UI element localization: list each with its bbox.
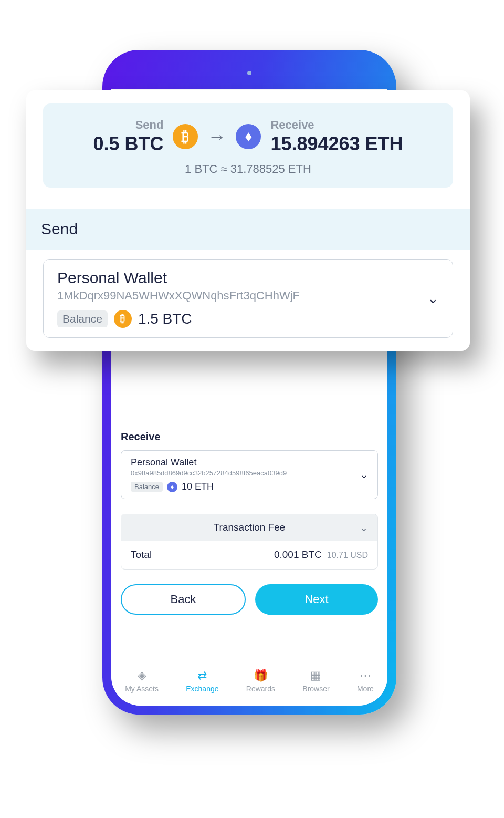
send-balance-value: 1.5 BTC <box>138 310 192 327</box>
exchange-icon: ⇄ <box>197 669 207 682</box>
tab-label: My Assets <box>125 685 159 693</box>
bitcoin-icon: ₿ <box>114 310 132 328</box>
send-balance-label: Balance <box>57 310 108 327</box>
receive-wallet-name: Personal Wallet <box>131 457 368 468</box>
tab-label: Exchange <box>186 685 218 693</box>
tab-my-assets[interactable]: ◈ My Assets <box>125 669 159 693</box>
arrow-right-icon: → <box>207 126 226 148</box>
tab-more[interactable]: ⋯ More <box>357 669 374 693</box>
tab-label: Rewards <box>246 685 275 693</box>
chevron-down-icon: ⌄ <box>360 469 368 481</box>
receive-wallet-address: 0x98a985dd869d9cc32b257284d598f65eaca039… <box>131 469 368 477</box>
receive-balance-label: Balance <box>131 482 163 492</box>
gift-icon: 🎁 <box>254 669 268 682</box>
fee-total-label: Total <box>131 549 152 561</box>
transaction-fee-header[interactable]: Transaction Fee ⌄ <box>121 514 377 541</box>
tab-label: Browser <box>302 685 329 693</box>
tab-rewards[interactable]: 🎁 Rewards <box>246 669 275 693</box>
fee-btc-amount: 0.001 BTC <box>274 549 322 561</box>
send-section-heading: Send <box>26 209 470 250</box>
send-wallet-address: 1MkDqrx99NA5WHWxXQWNqhsFrt3qCHhWjF <box>57 289 439 303</box>
exchange-summary-card: Send 0.5 BTC ₿ → ♦ Receive 15.894263 ETH… <box>26 90 470 351</box>
bottom-tab-bar: ◈ My Assets ⇄ Exchange 🎁 Rewards ▦ Brows… <box>111 661 387 706</box>
bitcoin-icon: ₿ <box>173 124 198 149</box>
tab-browser[interactable]: ▦ Browser <box>302 669 329 693</box>
tab-label: More <box>357 685 374 693</box>
fee-usd-amount: 10.71 USD <box>327 551 368 560</box>
transaction-fee-panel: Transaction Fee ⌄ Total 0.001 BTC 10.71 … <box>121 514 378 570</box>
receive-amount: 15.894263 ETH <box>270 133 403 155</box>
transaction-fee-title: Transaction Fee <box>214 522 286 533</box>
chevron-down-icon: ⌄ <box>427 291 439 307</box>
grid-icon: ▦ <box>310 669 321 682</box>
more-icon: ⋯ <box>360 669 371 682</box>
ethereum-icon: ♦ <box>167 482 177 492</box>
receive-section-heading: Receive <box>121 431 378 443</box>
receive-balance-value: 10 ETH <box>182 481 214 492</box>
send-amount: 0.5 BTC <box>93 133 163 155</box>
ethereum-icon: ♦ <box>236 124 261 149</box>
send-wallet-name: Personal Wallet <box>57 269 439 287</box>
exchange-rate: 1 BTC ≈ 31.788525 ETH <box>54 162 443 176</box>
send-wallet-card[interactable]: Personal Wallet 1MkDqrx99NA5WHWxXQWNqhsF… <box>43 259 453 338</box>
exchange-rate-summary: Send 0.5 BTC ₿ → ♦ Receive 15.894263 ETH… <box>43 103 453 188</box>
chevron-down-icon: ⌄ <box>360 522 368 534</box>
next-button[interactable]: Next <box>255 584 378 615</box>
phone-speaker <box>247 71 251 75</box>
tab-exchange[interactable]: ⇄ Exchange <box>186 669 218 693</box>
receive-label: Receive <box>270 118 314 132</box>
diamond-icon: ◈ <box>138 669 146 682</box>
back-button[interactable]: Back <box>121 584 246 615</box>
receive-wallet-card[interactable]: Personal Wallet 0x98a985dd869d9cc32b2572… <box>121 450 378 499</box>
send-label: Send <box>135 118 164 132</box>
